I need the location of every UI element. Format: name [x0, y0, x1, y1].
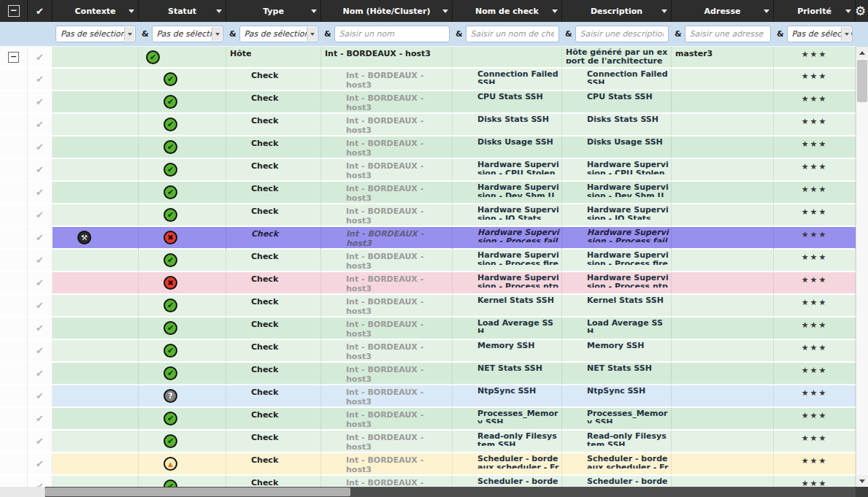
scroll-down-button[interactable]: [856, 475, 868, 487]
row-check-icon[interactable]: ✔: [36, 232, 44, 243]
check-row[interactable]: ✔✔CheckInt - BORDEAUX - host3Hardware Su…: [0, 159, 856, 182]
column-header-type[interactable]: Type: [226, 0, 321, 22]
collapse-all-button[interactable]: −: [8, 5, 20, 17]
column-header-collapse[interactable]: −: [0, 0, 28, 22]
ok-status-icon[interactable]: ✔: [164, 185, 177, 199]
chevron-down-icon[interactable]: [661, 9, 667, 13]
ok-status-icon[interactable]: ✔: [146, 50, 160, 64]
check-row[interactable]: ✔✔CheckInt - BORDEAUX - host3Processes_M…: [0, 408, 856, 431]
unknown-status-icon[interactable]: ?: [164, 389, 177, 403]
check-row[interactable]: ✔✔CheckInt - BORDEAUX - host3Hardware Su…: [0, 204, 856, 227]
ok-status-icon[interactable]: ✔: [164, 117, 177, 131]
check-row[interactable]: ✔✔CheckInt - BORDEAUX - host3Memory SSHM…: [0, 340, 856, 363]
ok-status-icon[interactable]: ✔: [164, 412, 177, 425]
row-check-icon[interactable]: ✔: [36, 209, 44, 220]
row-check-icon[interactable]: ✔: [36, 187, 44, 198]
column-header-priorite[interactable]: Priorité: [774, 0, 856, 22]
ok-status-icon[interactable]: ✔: [164, 163, 177, 177]
select-all-check-icon[interactable]: ✔: [36, 6, 44, 17]
dropdown-arrow-icon[interactable]: [124, 27, 134, 41]
priorite-filter-select[interactable]: Pas de sélection: [787, 26, 853, 42]
column-header-statut[interactable]: Statut: [139, 0, 226, 22]
chevron-down-icon[interactable]: [216, 9, 222, 13]
description-filter-input[interactable]: [575, 26, 669, 42]
column-header-description[interactable]: Description: [562, 0, 672, 22]
type-filter-select[interactable]: Pas de sélection: [239, 26, 318, 42]
dropdown-arrow-icon[interactable]: [841, 27, 851, 41]
vertical-scrollbar-thumb[interactable]: [857, 60, 867, 102]
check-row[interactable]: ✔✔CheckInt - BORDEAUX - host3NET Stats S…: [0, 363, 856, 385]
row-check-icon[interactable]: ✔: [36, 96, 44, 107]
column-header-nom-de-check[interactable]: Nom de check: [453, 0, 562, 22]
check-row[interactable]: ✔✔CheckInt - BORDEAUX - host3Read-only F…: [0, 431, 856, 453]
ok-status-icon[interactable]: ✔: [164, 208, 177, 222]
check-row[interactable]: ✔✔CheckInt - BORDEAUX - host3Hardware Su…: [0, 250, 856, 272]
check-row[interactable]: ✔✔CheckInt - BORDEAUX - host3Hardware Su…: [0, 182, 856, 204]
row-check-icon[interactable]: ✔: [36, 413, 44, 424]
check-row[interactable]: ✔✔CheckInt - BORDEAUX - host3Load Averag…: [0, 317, 856, 340]
check-row[interactable]: ✔⚒✖CheckInt - BORDEAUX - host3Hardware S…: [0, 227, 856, 250]
check-row[interactable]: ✔✔CheckInt - BORDEAUX - host3CPU Stats S…: [0, 91, 856, 114]
contexte-filter-select[interactable]: Pas de sélection: [55, 26, 136, 42]
ok-status-icon[interactable]: ✔: [164, 366, 177, 380]
warning-status-icon[interactable]: ▲: [164, 457, 177, 471]
horizontal-scrollbar[interactable]: [0, 487, 856, 497]
statut-filter-select[interactable]: Pas de sélection: [152, 26, 223, 42]
row-check-icon[interactable]: ✔: [36, 277, 44, 288]
column-header-nom[interactable]: Nom (Hôte/Cluster): [321, 0, 453, 22]
row-check-icon[interactable]: ✔: [36, 52, 44, 63]
chevron-down-icon[interactable]: [311, 9, 317, 13]
ok-status-icon[interactable]: ✔: [164, 253, 177, 267]
horizontal-scrollbar-left-area[interactable]: [0, 487, 45, 497]
row-check-icon[interactable]: ✔: [36, 74, 44, 85]
row-check-icon[interactable]: ✔: [36, 345, 44, 356]
chevron-down-icon[interactable]: [552, 9, 558, 13]
ok-status-icon[interactable]: ✔: [164, 344, 177, 358]
name-cell: Int - BORDEAUX - host3: [321, 340, 453, 363]
horizontal-scrollbar-thumb[interactable]: [45, 488, 350, 496]
check-row[interactable]: ✔✖CheckInt - BORDEAUX - host3Hardware Su…: [0, 272, 856, 295]
chevron-down-icon[interactable]: [764, 9, 769, 13]
row-check-icon[interactable]: ✔: [36, 164, 44, 175]
dropdown-arrow-icon[interactable]: [307, 27, 317, 41]
row-check-icon[interactable]: ✔: [36, 119, 44, 130]
maintenance-context-icon[interactable]: ⚒: [77, 231, 91, 244]
check-name-filter-input[interactable]: [466, 26, 559, 42]
row-check-icon[interactable]: ✔: [36, 300, 44, 311]
row-check-icon[interactable]: ✔: [36, 390, 44, 401]
row-check-icon[interactable]: ✔: [36, 368, 44, 379]
settings-gear-button[interactable]: ⚙: [853, 2, 868, 20]
check-row[interactable]: ✔✔CheckInt - BORDEAUX - host3Disks Stats…: [0, 114, 856, 136]
row-check-icon[interactable]: ✔: [36, 436, 44, 447]
collapse-row-button[interactable]: −: [8, 52, 19, 63]
check-row[interactable]: ✔?CheckInt - BORDEAUX - host3NtpSync SSH…: [0, 385, 856, 408]
nom-filter-input[interactable]: [334, 26, 450, 42]
scroll-up-button[interactable]: [856, 47, 868, 58]
row-check-icon[interactable]: ✔: [36, 458, 44, 469]
chevron-down-icon[interactable]: [845, 9, 851, 13]
column-header-select-all[interactable]: ✔: [28, 0, 53, 22]
critical-status-icon[interactable]: ✖: [164, 231, 177, 244]
check-row[interactable]: ✔✔CheckInt - BORDEAUX - host3Kernel Stat…: [0, 295, 856, 317]
dropdown-arrow-icon[interactable]: [212, 27, 222, 41]
ok-status-icon[interactable]: ✔: [164, 140, 177, 154]
check-row[interactable]: ✔▲CheckInt - BORDEAUX - host3Scheduler -…: [0, 453, 856, 476]
adresse-filter-input[interactable]: [685, 26, 771, 42]
chevron-down-icon[interactable]: [442, 9, 448, 13]
ok-status-icon[interactable]: ✔: [164, 434, 177, 448]
host-row[interactable]: −✔✔HôteInt - BORDEAUX - host3Hôte généré…: [0, 47, 856, 69]
ok-status-icon[interactable]: ✔: [164, 321, 177, 335]
chevron-down-icon[interactable]: [128, 9, 134, 13]
column-header-contexte[interactable]: Contexte: [53, 0, 139, 22]
check-row[interactable]: ✔✔CheckInt - BORDEAUX - host3Disks Usage…: [0, 136, 856, 159]
ok-status-icon[interactable]: ✔: [164, 72, 177, 86]
critical-status-icon[interactable]: ✖: [164, 276, 177, 290]
row-check-icon[interactable]: ✔: [36, 323, 44, 334]
row-check-icon[interactable]: ✔: [36, 255, 44, 266]
ok-status-icon[interactable]: ✔: [164, 95, 177, 109]
vertical-scrollbar[interactable]: [856, 47, 868, 487]
row-check-icon[interactable]: ✔: [36, 142, 44, 153]
column-header-adresse[interactable]: Adresse: [672, 0, 774, 22]
check-row[interactable]: ✔✔CheckInt - BORDEAUX - host3Connection …: [0, 69, 856, 91]
ok-status-icon[interactable]: ✔: [164, 298, 177, 312]
